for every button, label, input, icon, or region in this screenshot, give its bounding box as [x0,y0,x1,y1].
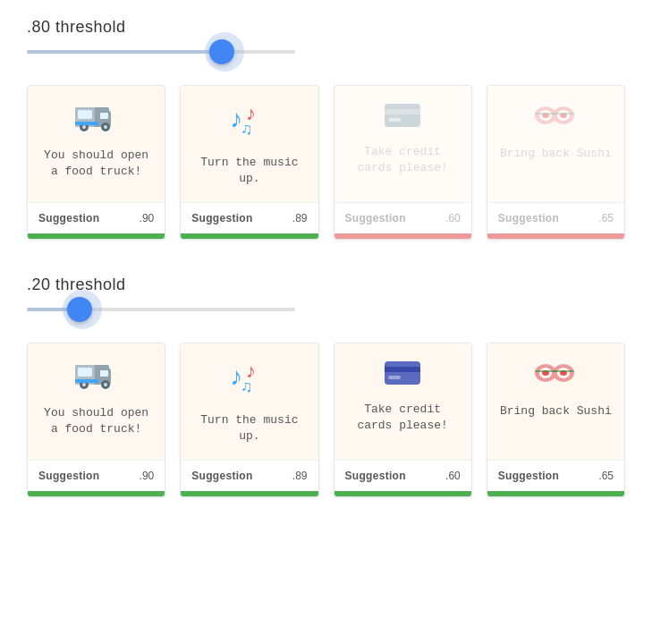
svg-rect-23 [553,113,574,114]
truck-icon-20 [73,358,120,394]
card-image-credit-80: Take credit cards please! [334,86,471,202]
svg-point-6 [82,125,86,129]
svg-rect-13 [385,104,420,127]
card-score-credit-20: .60 [445,470,461,482]
svg-rect-4 [100,113,108,119]
card-bar-food-truck-20 [28,491,165,496]
card-score-music-80: .89 [292,212,308,225]
svg-rect-3 [78,110,92,119]
card-label-food-truck-80: Suggestion [38,212,99,225]
card-bar-music-20 [181,491,318,496]
card-text-music-20: Turn the music up. [191,412,307,445]
card-score-sushi-80: .65 [598,212,614,225]
section-80-threshold: .80 threshold [27,18,625,240]
sushi-icon-80 [533,100,578,135]
card-text-sushi-80: Bring back Sushi [500,146,612,162]
svg-rect-27 [78,368,92,377]
card-footer-music-80: Suggestion .89 [181,202,318,233]
card-label-food-truck-20: Suggestion [38,470,99,482]
music-icon: ♪ ♪ ♫ [226,100,273,144]
cards-row-20: You should open a food truck! Suggestion… [27,343,625,497]
svg-point-8 [104,125,107,129]
card-label-credit-80: Suggestion [345,212,406,225]
card-bar-credit-20 [334,491,471,496]
svg-text:♫: ♫ [241,120,253,138]
card-icon-credit-20 [383,358,422,391]
card-credit-20: Take credit cards please! Suggestion .60 [334,343,472,497]
svg-rect-28 [100,370,108,377]
section-20-threshold: .20 threshold [27,275,625,497]
card-footer-food-truck-80: Suggestion .90 [28,202,165,233]
card-image-music-80: ♪ ♪ ♫ Turn the music up. [181,86,318,202]
threshold-label-20: .20 threshold [27,275,625,294]
threshold-label-80: .80 threshold [27,18,625,37]
card-footer-food-truck-20: Suggestion .90 [28,460,165,491]
sushi-icon-20 [533,358,578,393]
card-bar-credit-80 [334,233,471,239]
svg-text:♫: ♫ [241,377,253,395]
card-footer-credit-20: Suggestion .60 [334,460,471,491]
slider-80-track[interactable] [27,50,295,54]
svg-rect-38 [385,367,420,372]
card-food-truck-20: You should open a food truck! Suggestion… [27,343,165,497]
svg-rect-9 [75,122,98,125]
card-icon-credit-80 [383,100,422,133]
card-score-sushi-20: .65 [598,470,614,482]
card-score-food-truck-80: .90 [140,212,155,225]
card-image-food-truck-80: You should open a food truck! [28,86,165,202]
card-label-sushi-80: Suggestion [498,212,559,225]
svg-rect-39 [388,376,401,379]
card-footer-sushi-20: Suggestion .65 [487,460,624,491]
card-sushi-20: Bring back Sushi Suggestion .65 [487,343,625,497]
card-music-20: ♪ ♪ ♫ Turn the music up. Suggestion .89 [180,343,318,497]
card-image-food-truck-20: You should open a food truck! [28,343,165,460]
card-label-music-80: Suggestion [191,212,252,225]
svg-point-32 [104,383,107,386]
cards-row-80: You should open a food truck! Suggestion… [27,85,625,240]
card-text-sushi-20: Bring back Sushi [500,403,612,419]
card-music-80: ♪ ♪ ♫ Turn the music up. Suggestion .89 [180,85,318,240]
card-sushi-80: Bring back Sushi Suggestion .65 [487,85,625,240]
card-food-truck-80: You should open a food truck! Suggestion… [27,85,165,240]
slider-20-track[interactable] [27,308,295,311]
slider-20-container[interactable] [27,303,625,316]
card-score-credit-80: .60 [445,212,461,225]
svg-rect-47 [553,370,574,372]
card-bar-sushi-20 [487,491,624,496]
svg-rect-33 [75,379,98,383]
truck-icon [73,100,120,137]
card-footer-sushi-80: Suggestion .65 [487,202,624,233]
card-bar-sushi-80 [487,233,624,239]
card-bar-music-80 [181,233,318,239]
card-footer-music-20: Suggestion .89 [181,460,318,491]
slider-80-fill [27,50,215,54]
card-text-credit-20: Take credit cards please! [345,402,461,434]
card-score-food-truck-20: .90 [140,470,155,482]
card-text-food-truck-80: You should open a food truck! [38,148,154,180]
music-icon-20: ♪ ♪ ♫ [226,358,273,402]
card-image-credit-20: Take credit cards please! [334,343,471,460]
card-text-credit-80: Take credit cards please! [345,144,461,176]
card-footer-credit-80: Suggestion .60 [334,202,471,233]
card-image-sushi-80: Bring back Sushi [487,86,624,202]
slider-80-container[interactable] [27,46,625,58]
card-text-music-80: Turn the music up. [191,155,307,187]
card-bar-food-truck-80 [28,233,165,239]
card-label-sushi-20: Suggestion [498,470,559,482]
card-credit-80: Take credit cards please! Suggestion .60 [334,85,472,240]
svg-rect-15 [388,118,401,122]
slider-80-thumb[interactable] [209,39,234,64]
svg-rect-37 [385,361,420,385]
slider-20-thumb[interactable] [67,297,92,322]
svg-point-30 [82,383,86,386]
svg-rect-14 [385,109,420,114]
card-label-music-20: Suggestion [191,470,252,482]
card-score-music-20: .89 [292,470,308,482]
card-label-credit-20: Suggestion [345,470,406,482]
card-text-food-truck-20: You should open a food truck! [38,405,154,437]
card-image-music-20: ♪ ♪ ♫ Turn the music up. [181,343,318,460]
slider-20-fill [27,308,72,311]
card-image-sushi-20: Bring back Sushi [487,343,624,460]
